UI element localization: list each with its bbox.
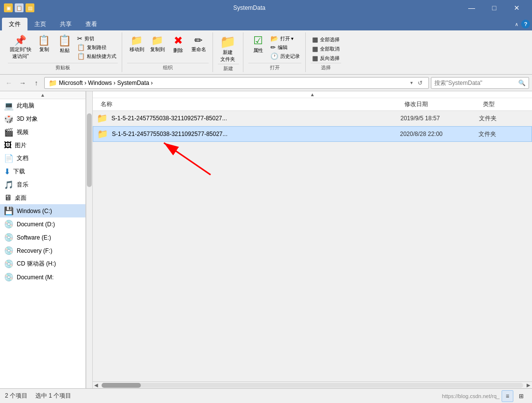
- sidebar-scroll-up[interactable]: ▲: [0, 91, 85, 99]
- new-items: 📁 新建文件夹: [218, 32, 239, 64]
- sidebar-item-software-e[interactable]: 💿 Software (E:): [0, 231, 85, 244]
- main-layout: ▲ 💻 此电脑 🎲 3D 对象 🎬 视频 🖼 图片 📄 文档: [0, 91, 532, 388]
- 3d-icon: 🎲: [4, 114, 14, 124]
- ribbon-group-select: ▦ 全部选择 ▦ 全部取消 ▦ 反向选择 选择: [307, 32, 345, 72]
- col-name[interactable]: 名称: [97, 98, 400, 110]
- organize-label: 组织: [127, 63, 209, 72]
- copy-path-button[interactable]: 📋 复制路径: [76, 43, 118, 52]
- this-pc-icon: 💻: [4, 101, 14, 110]
- sidebar-item-document-d[interactable]: 💿 Document (D:): [0, 217, 85, 231]
- sidebar-item-recovery-f[interactable]: 💿 Recovery (F:): [0, 244, 85, 257]
- select-label: 选择: [311, 63, 341, 72]
- clipboard-items: 📌 固定到"快速访问" 📋 复制 📋 粘贴 ✂ 剪切 📋 复制路径: [8, 32, 118, 63]
- item-count: 2 个项目: [5, 392, 27, 400]
- sidebar-item-cd-h[interactable]: 💿 CD 驱动器 (H:): [0, 257, 85, 270]
- hscroll-left[interactable]: ◀: [93, 382, 100, 389]
- select-items: ▦ 全部选择 ▦ 全部取消 ▦ 反向选择: [311, 32, 341, 63]
- address-input[interactable]: 📁 Microsoft › Windows › SystemData › ▾ ↺: [44, 77, 429, 89]
- ribbon-collapse-button[interactable]: ∧: [515, 22, 518, 27]
- open-button[interactable]: 📂 打开 ▾: [269, 34, 301, 43]
- view-tiles-button[interactable]: ⊞: [515, 390, 527, 402]
- tab-home[interactable]: 主页: [27, 18, 53, 30]
- move-to-button[interactable]: 📁 移动到: [127, 34, 147, 54]
- back-button[interactable]: ←: [3, 77, 15, 89]
- new-folder-button[interactable]: 📁 新建文件夹: [218, 34, 238, 64]
- edit-button[interactable]: ✏ 编辑: [269, 43, 301, 52]
- sidebar-item-downloads[interactable]: ⬇ 下载: [0, 165, 85, 178]
- file-row-1[interactable]: 📁 S-1-5-21-2457755038-3211092577-85027..…: [93, 111, 532, 126]
- status-url: https://blog.csdn.net/rq_: [442, 393, 500, 399]
- music-icon: 🎵: [4, 180, 14, 189]
- refresh-button[interactable]: ↺: [416, 80, 425, 86]
- recovery-f-icon: 💿: [4, 246, 14, 255]
- sidebar-item-this-pc[interactable]: 💻 此电脑: [0, 99, 85, 112]
- pin-button[interactable]: 📌 固定到"快速访问": [8, 34, 33, 61]
- edit-icon: ✏: [270, 44, 276, 51]
- tab-view[interactable]: 查看: [79, 18, 104, 30]
- title-icon-2: 📋: [15, 3, 24, 12]
- sidebar-item-video[interactable]: 🎬 视频: [0, 126, 85, 139]
- copy-button[interactable]: 📋 复制: [34, 34, 54, 54]
- window-controls: — □ ✕: [460, 0, 528, 16]
- documents-icon: 📄: [4, 154, 14, 163]
- tab-file[interactable]: 文件: [2, 18, 27, 30]
- view-details-button[interactable]: ≡: [502, 390, 513, 402]
- help-button[interactable]: ?: [521, 20, 530, 28]
- sidebar-item-windows-c[interactable]: 💾 Windows (C:): [0, 204, 85, 217]
- properties-button[interactable]: ☑ 属性: [248, 34, 268, 55]
- status-left: 2 个项目 选中 1 个项目: [5, 392, 442, 400]
- address-path: Microsoft › Windows › SystemData ›: [59, 80, 407, 86]
- sidebar-container: ▲ 💻 此电脑 🎲 3D 对象 🎬 视频 🖼 图片 📄 文档: [0, 91, 93, 388]
- minimize-button[interactable]: —: [460, 0, 483, 16]
- hscroll-right[interactable]: ▶: [525, 382, 532, 389]
- select-all-button[interactable]: ▦ 全部选择: [311, 35, 341, 44]
- copy-to-button[interactable]: 📁 复制到: [148, 34, 167, 54]
- ribbon: 📌 固定到"快速访问" 📋 复制 📋 粘贴 ✂ 剪切 📋 复制路径: [0, 30, 532, 75]
- paste-button[interactable]: 📋 粘贴: [55, 34, 75, 55]
- rename-button[interactable]: ✏ 重命名: [189, 34, 209, 54]
- select-none-button[interactable]: ▦ 全部取消: [311, 45, 341, 53]
- copy-to-icon: 📁: [151, 35, 163, 45]
- col-date[interactable]: 修改日期: [400, 98, 479, 110]
- file-row-2[interactable]: 📁 S-1-5-21-2457755038-3211092577-85027..…: [93, 126, 532, 142]
- document-d-icon: 💿: [4, 219, 14, 229]
- folder1-date: 2019/9/5 18:57: [400, 115, 479, 122]
- history-button[interactable]: 🕐 历史记录: [269, 52, 301, 60]
- h-scrollbar[interactable]: ◀ ▶: [93, 381, 532, 388]
- invert-select-button[interactable]: ▦ 反向选择: [311, 54, 341, 62]
- address-dropdown-icon[interactable]: ▾: [409, 80, 414, 85]
- up-button[interactable]: ↑: [30, 77, 42, 89]
- select-none-icon: ▦: [312, 45, 318, 53]
- file-list-wrapper: 📁 S-1-5-21-2457755038-3211092577-85027..…: [93, 111, 532, 381]
- svg-line-1: [164, 143, 211, 175]
- cut-button[interactable]: ✂ 剪切: [76, 34, 118, 43]
- sidebar-item-desktop[interactable]: 🖥 桌面: [0, 191, 85, 204]
- selected-count: 选中 1 个项目: [35, 392, 71, 400]
- file-scroll-up[interactable]: ▲: [93, 91, 532, 98]
- hscroll-track: [102, 383, 523, 388]
- desktop-icon: 🖥: [4, 193, 12, 202]
- col-type[interactable]: 类型: [479, 98, 528, 110]
- sidebar-scrollbar[interactable]: [86, 91, 93, 388]
- sidebar-item-3d[interactable]: 🎲 3D 对象: [0, 112, 85, 126]
- close-button[interactable]: ✕: [505, 0, 528, 16]
- address-bar: ← → ↑ 📁 Microsoft › Windows › SystemData…: [0, 75, 532, 91]
- sidebar-item-document-m[interactable]: 💿 Document (M:: [0, 270, 85, 284]
- sidebar-item-documents[interactable]: 📄 文档: [0, 152, 85, 165]
- history-icon: 🕐: [270, 53, 278, 60]
- sidebar-item-music[interactable]: 🎵 音乐: [0, 178, 85, 191]
- sidebar-item-pictures[interactable]: 🖼 图片: [0, 139, 85, 152]
- status-bar: 2 个项目 选中 1 个项目 https://blog.csdn.net/rq_…: [0, 388, 532, 403]
- search-input[interactable]: [434, 80, 516, 86]
- paste-shortcut-button[interactable]: 📋 粘贴快捷方式: [76, 52, 118, 60]
- forward-button[interactable]: →: [17, 77, 28, 89]
- small-open-group: 📂 打开 ▾ ✏ 编辑 🕐 历史记录: [269, 34, 301, 60]
- tab-share[interactable]: 共享: [53, 18, 79, 30]
- cd-h-icon: 💿: [4, 259, 14, 269]
- maximize-button[interactable]: □: [483, 0, 505, 16]
- video-icon: 🎬: [4, 128, 14, 137]
- search-box[interactable]: 🔍: [431, 77, 529, 89]
- ribbon-group-organize: 📁 移动到 📁 复制到 ✖ 删除 ✏ 重命名 组织: [123, 32, 213, 72]
- delete-button[interactable]: ✖ 删除: [168, 34, 188, 55]
- folder-icon: 📁: [49, 79, 57, 87]
